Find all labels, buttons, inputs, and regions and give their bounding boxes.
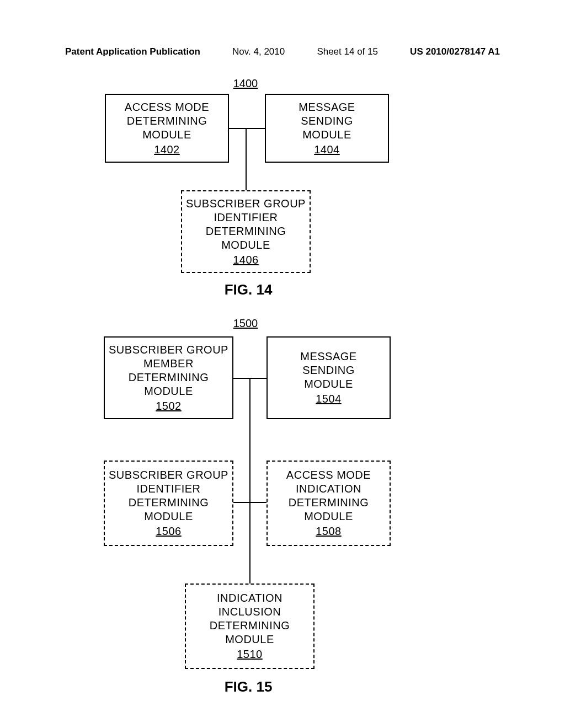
box-line: DETERMINING: [127, 114, 207, 128]
box-line: INDICATION: [217, 591, 282, 605]
box-ref-num: 1402: [154, 143, 180, 157]
box-line: DETERMINING: [129, 496, 209, 510]
connector: [249, 378, 250, 502]
connector: [249, 502, 250, 585]
box-line: MODULE: [221, 238, 270, 252]
box-line: DETERMINING: [129, 371, 209, 384]
publication-number: US 2010/0278147 A1: [410, 46, 500, 57]
box-ref-num: 1508: [316, 524, 342, 538]
access-mode-determining-module-1402: ACCESS MODE DETERMINING MODULE 1402: [105, 94, 229, 163]
box-line: ACCESS MODE: [286, 468, 371, 482]
figure-label-15: FIG. 15: [218, 678, 279, 695]
page-header: Patent Application Publication Nov. 4, 2…: [0, 46, 565, 57]
sheet-number: Sheet 14 of 15: [317, 46, 378, 57]
box-line: MODULE: [304, 510, 353, 523]
message-sending-module-1404: MESSAGE SENDING MODULE 1404: [265, 94, 389, 163]
access-mode-indication-determining-module-1508: ACCESS MODE INDICATION DETERMINING MODUL…: [266, 461, 391, 546]
box-line: DETERMINING: [206, 224, 286, 238]
box-line: DETERMINING: [289, 496, 369, 510]
box-line: DETERMINING: [210, 619, 290, 633]
box-ref-num: 1404: [314, 143, 340, 157]
subscriber-group-member-determining-module-1502: SUBSCRIBER GROUP MEMBER DETERMINING MODU…: [104, 336, 233, 419]
box-ref-num: 1510: [237, 647, 263, 661]
box-line: INDICATION: [296, 482, 361, 496]
subscriber-group-identifier-determining-module-1406: SUBSCRIBER GROUP IDENTIFIER DETERMINING …: [181, 190, 311, 273]
fig14-ref: 1400: [229, 77, 262, 90]
subscriber-group-identifier-determining-module-1506: SUBSCRIBER GROUP IDENTIFIER DETERMINING …: [104, 461, 233, 546]
box-line: SUBSCRIBER GROUP: [186, 197, 306, 211]
message-sending-module-1504: MESSAGE SENDING MODULE 1504: [266, 336, 391, 419]
box-line: MODULE: [302, 128, 351, 142]
box-line: MODULE: [304, 377, 353, 391]
box-line: SUBSCRIBER GROUP: [109, 468, 228, 482]
indication-inclusion-determining-module-1510: INDICATION INCLUSION DETERMINING MODULE …: [185, 584, 315, 669]
box-line: MEMBER: [143, 357, 194, 371]
publication-label: Patent Application Publication: [65, 46, 200, 57]
box-line: MODULE: [144, 384, 193, 398]
box-line: SENDING: [302, 363, 355, 377]
box-ref-num: 1506: [156, 524, 182, 538]
box-line: MODULE: [144, 510, 193, 523]
box-line: SENDING: [301, 114, 353, 128]
box-ref-num: 1504: [316, 392, 342, 406]
fig15-ref: 1500: [229, 317, 262, 330]
box-ref-num: 1502: [156, 399, 182, 413]
box-line: MESSAGE: [299, 100, 355, 114]
connector: [229, 128, 265, 129]
box-line: ACCESS MODE: [125, 100, 209, 114]
publication-date: Nov. 4, 2010: [232, 46, 285, 57]
box-line: IDENTIFIER: [136, 482, 200, 496]
box-line: MODULE: [142, 128, 191, 142]
box-line: MESSAGE: [300, 350, 356, 363]
box-line: MODULE: [225, 633, 274, 646]
connector: [246, 128, 247, 191]
figure-label-14: FIG. 14: [218, 281, 279, 298]
box-line: SUBSCRIBER GROUP: [109, 343, 228, 357]
box-line: INCLUSION: [218, 605, 281, 619]
box-ref-num: 1406: [233, 253, 259, 267]
box-line: IDENTIFIER: [214, 211, 278, 224]
